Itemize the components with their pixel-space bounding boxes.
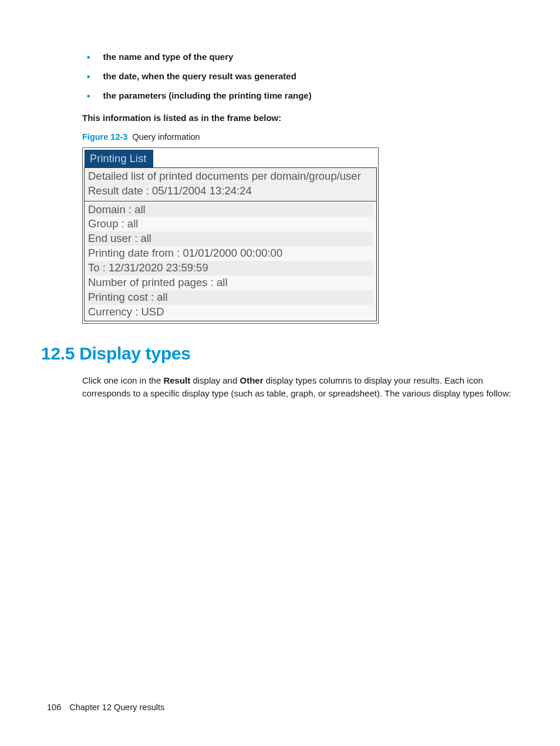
page-footer: 106 Chapter 12 Query results: [47, 703, 164, 712]
chapter-label: Chapter 12 Query results: [69, 703, 164, 712]
screenshot-row: Group : all: [88, 217, 373, 231]
list-item-text: the name and type of the query: [103, 52, 234, 62]
figure-label: Figure 12-3 Query information: [82, 132, 513, 142]
screenshot-header: Detailed list of printed documents per d…: [85, 168, 376, 201]
screenshot-row: Currency : USD: [88, 305, 373, 320]
section-paragraph: Click one icon in the Result display and…: [82, 374, 513, 400]
para-bold: Other: [239, 375, 263, 385]
list-item-text: the date, when the query result was gene…: [103, 71, 296, 81]
screenshot-row: Domain : all: [88, 203, 373, 217]
bullet-icon: •: [87, 90, 90, 102]
screenshot-header-line: Result date : 05/11/2004 13:24:24: [88, 184, 373, 199]
figure-number: Figure 12-3: [82, 132, 127, 142]
screenshot-row: Printing cost : all: [88, 290, 373, 305]
list-item: • the date, when the query result was ge…: [82, 71, 513, 82]
bullet-icon: •: [87, 71, 90, 82]
bullet-list: • the name and type of the query • the d…: [82, 52, 513, 102]
section-heading: 12.5 Display types: [41, 344, 513, 364]
screenshot-row: Number of printed pages : all: [88, 275, 373, 290]
figure-title: Query information: [132, 132, 200, 142]
screenshot-box: Detailed list of printed documents per d…: [84, 167, 377, 322]
para-text: Click one icon in the: [82, 375, 163, 385]
list-item: • the name and type of the query: [82, 52, 513, 63]
page-number: 106: [47, 703, 61, 712]
list-item: • the parameters (including the printing…: [82, 90, 513, 102]
screenshot-body: Domain : all Group : all End user : all …: [85, 201, 376, 321]
screenshot-row: Printing date from : 01/01/2000 00:00:00: [88, 246, 373, 261]
para-text: display and: [190, 375, 239, 385]
query-info-screenshot: Printing List Detailed list of printed d…: [82, 147, 379, 324]
screenshot-row: End user : all: [88, 231, 373, 246]
screenshot-header-line: Detailed list of printed documents per d…: [88, 169, 373, 184]
list-item-text: the parameters (including the printing t…: [103, 90, 312, 100]
para-bold: Result: [163, 375, 190, 385]
bullet-icon: •: [87, 52, 90, 63]
intro-paragraph: This information is listed as in the fra…: [82, 113, 513, 123]
screenshot-tab: Printing List: [85, 150, 153, 167]
screenshot-row: To : 12/31/2020 23:59:59: [88, 261, 373, 275]
